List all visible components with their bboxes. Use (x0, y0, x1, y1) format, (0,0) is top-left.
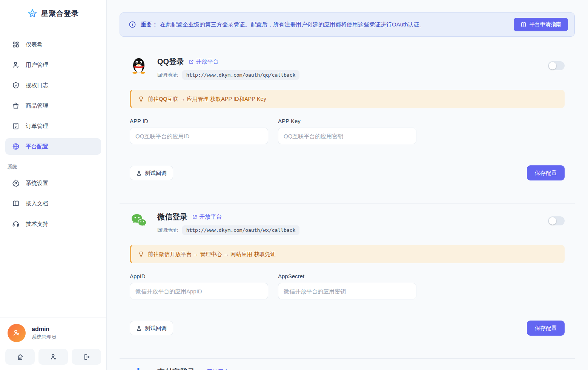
platform-section-wechat: 微信登录 开放平台 回调地址: http://www.dkym.com/oaut… (120, 203, 575, 347)
user-role: 系统管理员 (32, 334, 56, 341)
sidebar: 星聚合登录 仪表盘 用户管理 (0, 0, 107, 370)
shield-icon (12, 82, 20, 89)
app-title: 星聚合登录 (41, 9, 79, 18)
callback-label: 回调地址: (157, 227, 178, 234)
flask-icon (136, 170, 142, 176)
home-button[interactable] (5, 349, 35, 365)
sidebar-item-label: 商品管理 (26, 102, 48, 109)
field-label: AppID (130, 273, 268, 279)
sidebar-item-orders[interactable]: 订单管理 (5, 118, 101, 134)
user-manage-icon (12, 61, 20, 69)
platform-title: QQ登录 (157, 57, 184, 67)
tip-banner-qq: 前往QQ互联 → 应用管理 获取APP ID和APP Key (130, 90, 565, 108)
gear-icon (12, 179, 20, 187)
profile-button[interactable] (38, 349, 68, 365)
important-banner: 重要：在此配置企业级的第三方登录凭证。配置后，所有注册用户创建的应用都将使用这些… (120, 12, 575, 37)
wechat-appsecret-input[interactable] (278, 283, 416, 299)
save-config-button-qq[interactable]: 保存配置 (527, 165, 565, 180)
sidebar-item-users[interactable]: 用户管理 (5, 57, 101, 73)
sidebar-item-system-settings[interactable]: 系统设置 (5, 175, 101, 191)
lightbulb-icon (138, 251, 144, 257)
field-label: APP ID (130, 118, 268, 124)
guide-book-icon (520, 22, 527, 28)
app-logo: 星聚合登录 (0, 0, 106, 27)
sidebar-item-dashboard[interactable]: 仪表盘 (5, 36, 101, 53)
logout-button[interactable] (72, 349, 101, 365)
qq-icon (130, 57, 148, 75)
sidebar-item-label: 订单管理 (26, 123, 48, 130)
alipay-icon: 支 (130, 367, 148, 370)
headset-icon (12, 220, 20, 228)
external-link-icon (189, 59, 194, 65)
sidebar-item-auth-logs[interactable]: 授权日志 (5, 77, 101, 94)
document-icon (12, 122, 20, 130)
banner-text: 重要：在此配置企业级的第三方登录凭证。配置后，所有注册用户创建的应用都将使用这些… (141, 21, 509, 28)
enable-toggle-qq[interactable] (548, 61, 565, 70)
star-logo-icon (28, 9, 37, 18)
platform-section-qq: QQ登录 开放平台 回调地址: http://www.dkym.com/oaut… (120, 48, 575, 192)
open-platform-link[interactable]: 开放平台 (192, 213, 222, 220)
globe-icon (12, 143, 20, 150)
callback-url: http://www.dkym.com/oauth/qq/callback (182, 70, 300, 80)
field-app-key: APP Key (278, 118, 416, 144)
app-key-input[interactable] (278, 128, 416, 144)
tip-banner-wechat: 前往微信开放平台 → 管理中心 → 网站应用 获取凭证 (130, 245, 565, 263)
wechat-appid-input[interactable] (130, 283, 268, 299)
sidebar-footer: admin 系统管理员 (0, 318, 106, 370)
field-label: AppSecret (278, 273, 416, 279)
test-callback-button-qq[interactable]: 测试回调 (130, 166, 173, 180)
sidebar-nav: 仪表盘 用户管理 授权日志 (0, 27, 106, 318)
sidebar-item-platform-config[interactable]: 平台配置 (5, 138, 101, 155)
avatar (8, 324, 26, 342)
sidebar-item-label: 技术支持 (26, 220, 48, 228)
dashboard-icon (12, 41, 20, 48)
sidebar-item-products[interactable]: 商品管理 (5, 97, 101, 114)
banner-prefix: 重要： (141, 21, 158, 28)
field-app-id: APP ID (130, 118, 268, 144)
open-platform-link[interactable]: 开放平台 (200, 368, 229, 370)
user-name: admin (32, 326, 56, 333)
callback-url: http://www.dkym.com/oauth/wx/callback (182, 225, 300, 235)
logout-icon (83, 353, 90, 361)
sidebar-item-label: 平台配置 (26, 143, 48, 150)
platform-title: 支付宝登录 (157, 367, 195, 370)
sidebar-item-label: 用户管理 (26, 62, 48, 69)
info-icon (129, 21, 136, 28)
home-icon (17, 353, 24, 361)
enable-toggle-wechat[interactable] (548, 216, 565, 225)
external-link-icon (192, 214, 197, 220)
user-gear-icon (50, 353, 57, 361)
sidebar-item-label: 仪表盘 (26, 41, 43, 48)
field-appid: AppID (130, 273, 268, 299)
open-platform-link[interactable]: 开放平台 (189, 58, 218, 65)
wechat-icon (130, 212, 148, 230)
user-info: admin 系统管理员 (5, 324, 101, 349)
tip-text: 前往QQ互联 → 应用管理 获取APP ID和APP Key (148, 96, 266, 103)
sidebar-item-docs[interactable]: 接入文档 (5, 195, 101, 212)
save-config-button-wechat[interactable]: 保存配置 (527, 321, 565, 336)
sidebar-item-label: 系统设置 (26, 180, 48, 187)
guide-button[interactable]: 平台申请指南 (514, 18, 568, 31)
test-callback-button-wechat[interactable]: 测试回调 (130, 321, 173, 335)
main-content: 重要：在此配置企业级的第三方登录凭证。配置后，所有注册用户创建的应用都将使用这些… (107, 0, 588, 370)
tip-text: 前往微信开放平台 → 管理中心 → 网站应用 获取凭证 (148, 251, 276, 258)
platform-title: 微信登录 (157, 212, 187, 222)
footer-actions (5, 349, 101, 365)
sidebar-item-label: 接入文档 (26, 200, 48, 207)
flask-icon (136, 325, 142, 331)
field-label: APP Key (278, 118, 416, 124)
app-id-input[interactable] (130, 128, 268, 144)
bag-icon (12, 102, 20, 109)
callback-label: 回调地址: (157, 72, 178, 79)
sidebar-item-support[interactable]: 技术支持 (5, 216, 101, 232)
book-icon (12, 200, 20, 207)
lightbulb-icon (138, 96, 144, 102)
sidebar-item-label: 授权日志 (26, 82, 48, 89)
nav-section-label: 系统 (5, 159, 101, 175)
field-appsecret: AppSecret (278, 273, 416, 299)
platform-section-alipay: 支 支付宝登录 开放平台 回调地址: http://www (120, 358, 575, 370)
